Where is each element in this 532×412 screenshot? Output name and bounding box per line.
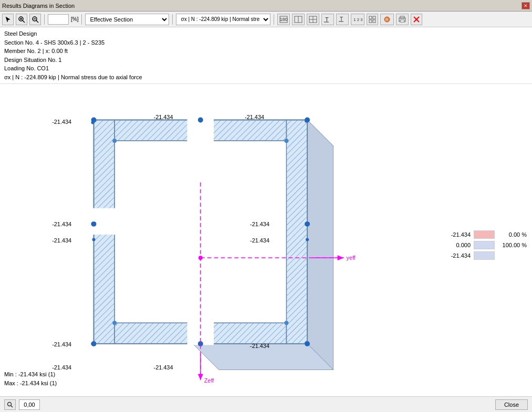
close-button[interactable]: Close (495, 399, 528, 410)
svg-point-66 (305, 120, 308, 123)
info-line3: Member No. 2 | x: 0.00 ft (4, 47, 528, 56)
grid-button[interactable] (367, 14, 378, 25)
separator4 (274, 14, 274, 25)
info-line5: Loading No. CO1 (4, 64, 528, 73)
legend-value-3: -21.434 (444, 252, 471, 259)
svg-line-89 (11, 406, 13, 407)
svg-text:T: T (325, 16, 329, 23)
zoom-in-button[interactable] (16, 14, 27, 25)
minmax-info: Min : -21.434 ksi (1) Max : -21.434 ksi … (4, 370, 57, 387)
window-title: Results Diagrams in Section (2, 3, 75, 9)
info-line4: Design Situation No. 1 (4, 56, 528, 65)
svg-rect-23 (373, 20, 375, 23)
max-value: Max : -21.434 ksi (1) (4, 379, 57, 388)
info-panel: Steel Design Section No. 4 - SHS 300x6.3… (0, 27, 532, 84)
stress-dropdown[interactable]: σx | N : -224.809 kip | Normal stres... (176, 14, 270, 25)
svg-rect-22 (369, 20, 372, 23)
svg-point-55 (112, 321, 117, 325)
svg-text:-21.434: -21.434 (52, 119, 71, 125)
toolbar: 100 [%] Effective Section σx | N : -224.… (0, 12, 532, 27)
svg-point-56 (284, 321, 288, 325)
legend-pct-2: 100.00 % (498, 242, 527, 248)
info-line1: Steel Design (4, 29, 528, 38)
svg-text:yeff: yeff (346, 255, 356, 261)
bottom-left: 0,00 (4, 399, 40, 410)
svg-text:R: R (385, 18, 388, 22)
zoom-unit: [%] (71, 16, 78, 22)
print-button[interactable] (396, 14, 409, 25)
separator3 (172, 14, 173, 25)
svg-text:T: T (340, 16, 343, 22)
svg-marker-32 (307, 120, 333, 370)
svg-text:1 2 3: 1 2 3 (353, 17, 362, 22)
info-line2: Section No. 4 - SHS 300x6.3 | 2 - S235 (4, 38, 528, 47)
svg-line-4 (23, 20, 25, 23)
text2-button[interactable]: T (336, 14, 349, 25)
svg-point-53 (112, 139, 117, 143)
legend-swatch-2 (474, 241, 495, 249)
separator1 (44, 14, 45, 25)
svg-text:180: 180 (280, 17, 288, 22)
svg-rect-20 (369, 16, 372, 19)
window-close-button[interactable]: ✕ (521, 2, 530, 9)
legend-row-3: -21.434 (444, 251, 527, 260)
close-diagram-button[interactable] (411, 14, 422, 25)
svg-line-7 (36, 20, 38, 23)
frame2-button[interactable] (307, 14, 319, 25)
numbers-button[interactable]: 1 2 3 (351, 14, 364, 25)
svg-text:-21.434: -21.434 (154, 114, 173, 120)
svg-point-54 (284, 139, 288, 143)
main-content: -21.434 -21.434 -21.434 -21.434 -21.434 … (0, 84, 532, 406)
zoom-out-button[interactable] (29, 14, 41, 25)
svg-text:-21.434: -21.434 (250, 237, 269, 244)
search-button[interactable] (4, 399, 16, 410)
legend-area: -21.434 0.00 % 0.000 100.00 % -21.434 (437, 84, 532, 406)
legend-value-2: 0.000 (444, 242, 471, 248)
coordinate-display: 0,00 (19, 399, 40, 410)
legend-swatch-1 (474, 230, 495, 239)
svg-point-70 (306, 342, 309, 345)
svg-text:-21.434: -21.434 (52, 237, 71, 244)
svg-point-88 (8, 402, 12, 406)
svg-marker-83 (338, 255, 344, 260)
svg-rect-28 (400, 20, 404, 22)
svg-text:-21.434: -21.434 (52, 221, 71, 227)
svg-point-76 (92, 238, 96, 241)
legend-swatch-3 (474, 251, 495, 260)
svg-text:Zeff: Zeff (204, 377, 215, 384)
separator2 (81, 14, 82, 25)
cursor-tool-button[interactable] (2, 14, 14, 25)
rotate-button[interactable]: 180 (277, 14, 290, 25)
svg-text:-21.434: -21.434 (245, 114, 264, 120)
svg-text:-21.434: -21.434 (52, 341, 71, 347)
svg-point-68 (306, 223, 309, 226)
svg-point-58 (91, 121, 95, 124)
legend-row-2: 0.000 100.00 % (444, 241, 527, 249)
bottom-bar: 0,00 Close (0, 396, 532, 412)
legend-row-1: -21.434 0.00 % (444, 230, 527, 239)
title-bar: Results Diagrams in Section ✕ (0, 0, 532, 12)
frame1-button[interactable] (292, 14, 305, 25)
section-diagram: -21.434 -21.434 -21.434 -21.434 -21.434 … (0, 84, 437, 406)
svg-point-78 (306, 238, 309, 241)
svg-text:-21.434: -21.434 (154, 365, 173, 371)
svg-rect-39 (286, 120, 307, 344)
info-line6: σx | N : -224.809 kip | Normal stress du… (4, 73, 528, 82)
canvas-area[interactable]: -21.434 -21.434 -21.434 -21.434 -21.434 … (0, 84, 437, 406)
svg-text:-21.434: -21.434 (250, 221, 269, 227)
svg-marker-86 (198, 374, 203, 380)
svg-rect-43 (93, 208, 116, 235)
svg-text:-21.434: -21.434 (250, 343, 269, 349)
legend-pct-1: 0.00 % (498, 231, 527, 238)
text1-button[interactable]: T (321, 14, 334, 25)
legend-value-1: -21.434 (444, 231, 471, 238)
results-button[interactable]: R (380, 14, 394, 25)
svg-point-74 (91, 342, 95, 345)
section-dropdown[interactable]: Effective Section (85, 14, 169, 25)
zoom-input[interactable]: 100 (48, 14, 69, 25)
svg-rect-21 (373, 16, 375, 19)
svg-point-81 (199, 256, 203, 260)
min-value: Min : -21.434 ksi (1) (4, 370, 57, 379)
svg-point-60 (91, 223, 95, 226)
svg-marker-0 (6, 17, 10, 22)
